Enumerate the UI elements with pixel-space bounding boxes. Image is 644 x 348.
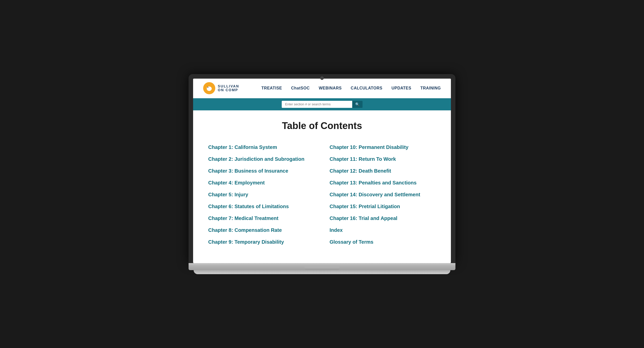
laptop-frame: SULLIVAN ON COMP TREATISE ChatSOC WEBINA… bbox=[189, 74, 455, 274]
nav-link-treatise[interactable]: TREATISE bbox=[261, 86, 282, 90]
svg-rect-4 bbox=[207, 87, 208, 87]
page-title: Table of Contents bbox=[208, 120, 436, 131]
toc-link-ch12[interactable]: Chapter 12: Death Benefit bbox=[330, 165, 436, 177]
nav-links: TREATISE ChatSOC WEBINARS CALCULATORS UP… bbox=[261, 86, 441, 90]
toc-link-ch11[interactable]: Chapter 11: Return To Work bbox=[330, 153, 436, 165]
logo-area: SULLIVAN ON COMP bbox=[203, 82, 239, 94]
brand-line2: ON COMP bbox=[218, 88, 239, 92]
toc-link-ch4[interactable]: Chapter 4: Employment bbox=[208, 177, 314, 189]
navbar: SULLIVAN ON COMP TREATISE ChatSOC WEBINA… bbox=[193, 79, 451, 98]
toc-left-column: Chapter 1: California System Chapter 2: … bbox=[208, 141, 314, 248]
toc-link-ch10[interactable]: Chapter 10: Permanent Disability bbox=[330, 141, 436, 153]
logo-text: SULLIVAN ON COMP bbox=[218, 84, 239, 92]
search-bar: 🔍 bbox=[193, 98, 451, 110]
nav-link-training[interactable]: TRAINING bbox=[420, 86, 441, 90]
nav-link-calculators[interactable]: CALCULATORS bbox=[351, 86, 382, 90]
nav-item-chatsoc[interactable]: ChatSOC bbox=[291, 86, 310, 90]
toc-link-ch13[interactable]: Chapter 13: Penalties and Sanctions bbox=[330, 177, 436, 189]
toc-link-ch1[interactable]: Chapter 1: California System bbox=[208, 141, 314, 153]
toc-grid: Chapter 1: California System Chapter 2: … bbox=[208, 141, 436, 248]
toc-link-glossary[interactable]: Glossary of Terms bbox=[330, 236, 436, 248]
toc-link-ch14[interactable]: Chapter 14: Discovery and Settlement bbox=[330, 189, 436, 201]
brand-line1: SULLIVAN bbox=[218, 84, 239, 88]
laptop-base bbox=[189, 263, 455, 270]
nav-item-training[interactable]: TRAINING bbox=[420, 86, 441, 90]
toc-link-ch15[interactable]: Chapter 15: Pretrial Litigation bbox=[330, 201, 436, 212]
nav-item-treatise[interactable]: TREATISE bbox=[261, 86, 282, 90]
toc-link-ch16[interactable]: Chapter 16: Trial and Appeal bbox=[330, 212, 436, 224]
toc-link-ch6[interactable]: Chapter 6: Statutes of Limitations bbox=[208, 201, 314, 212]
nav-item-calculators[interactable]: CALCULATORS bbox=[351, 86, 382, 90]
screen: SULLIVAN ON COMP TREATISE ChatSOC WEBINA… bbox=[193, 79, 451, 263]
nav-item-webinars[interactable]: WEBINARS bbox=[319, 86, 342, 90]
logo-icon bbox=[203, 82, 215, 94]
screen-bezel: SULLIVAN ON COMP TREATISE ChatSOC WEBINA… bbox=[189, 74, 455, 263]
nav-link-updates[interactable]: UPDATES bbox=[391, 86, 411, 90]
toc-link-ch5[interactable]: Chapter 5: Injury bbox=[208, 189, 314, 201]
search-input[interactable] bbox=[282, 101, 352, 108]
main-content: Table of Contents Chapter 1: California … bbox=[193, 110, 451, 263]
nav-item-updates[interactable]: UPDATES bbox=[391, 86, 411, 90]
toc-link-ch2[interactable]: Chapter 2: Jurisdiction and Subrogation bbox=[208, 153, 314, 165]
nav-link-webinars[interactable]: WEBINARS bbox=[319, 86, 342, 90]
toc-link-ch3[interactable]: Chapter 3: Business of Insurance bbox=[208, 165, 314, 177]
laptop-bottom bbox=[194, 270, 450, 274]
toc-link-ch8[interactable]: Chapter 8: Compensation Rate bbox=[208, 224, 314, 236]
search-button[interactable]: 🔍 bbox=[352, 101, 363, 108]
search-form: 🔍 bbox=[282, 101, 363, 108]
toc-link-ch7[interactable]: Chapter 7: Medical Treatment bbox=[208, 212, 314, 224]
toc-link-index[interactable]: Index bbox=[330, 224, 436, 236]
toc-link-ch9[interactable]: Chapter 9: Temporary Disability bbox=[208, 236, 314, 248]
laptop-hinge bbox=[304, 267, 340, 270]
toc-right-column: Chapter 10: Permanent Disability Chapter… bbox=[330, 141, 436, 248]
nav-link-chatsoc[interactable]: ChatSOC bbox=[291, 86, 310, 90]
